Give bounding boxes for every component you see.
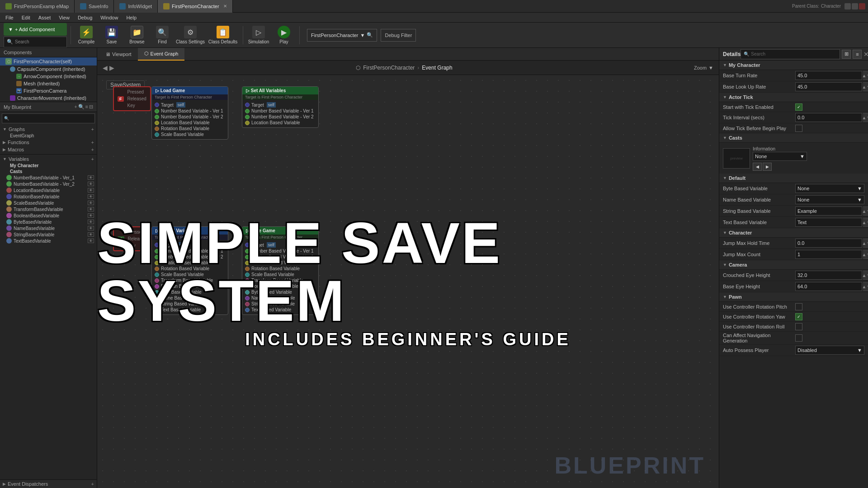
component-self[interactable]: ⬡ FirstPersonCharacter(self)	[0, 57, 97, 66]
var-transform-eye-icon[interactable]: 👁	[88, 207, 94, 211]
var-byte-eye-icon[interactable]: 👁	[88, 220, 94, 224]
var-bool-eye-icon[interactable]: 👁	[88, 213, 94, 218]
var-number1[interactable]: NumberBasedVariable - Ver_1 👁	[0, 174, 97, 181]
tab-map[interactable]: FirstPersonExamp eMap	[0, 0, 75, 13]
var-rotation[interactable]: RotationBasedVariable 👁	[0, 193, 97, 200]
prop-jump-hold-input[interactable]	[795, 239, 862, 248]
var-text[interactable]: TextBasedVariable 👁	[0, 238, 97, 244]
menu-help[interactable]: Help	[123, 14, 140, 21]
prop-ctrl-yaw-checkbox[interactable]: ✓	[795, 313, 802, 320]
prop-tick-interval-input[interactable]	[795, 113, 862, 122]
bp-search-input[interactable]	[10, 116, 93, 121]
prop-jump-hold-spinner[interactable]: ▲▼	[863, 239, 868, 248]
prop-string-var-input[interactable]	[795, 206, 862, 216]
blueprint-canvas[interactable]: SaveSystem F Pressed Released Key ▷ Load…	[97, 75, 719, 488]
var-transform[interactable]: TransformBasedVariable 👁	[0, 206, 97, 212]
save-button[interactable]: 💾 Save	[100, 24, 123, 47]
prop-base-turn-rate-spinner[interactable]: ▲▼	[863, 71, 868, 80]
add-dispatcher-button[interactable]: +	[91, 481, 94, 487]
cast-prev-button[interactable]: ◀	[753, 163, 762, 171]
casts-section[interactable]: ▼ Casts	[719, 133, 868, 143]
class-settings-button[interactable]: ⚙ Class Settings	[176, 24, 205, 47]
casts-dropdown[interactable]: None ▼	[753, 152, 807, 161]
menu-view[interactable]: View	[55, 14, 73, 21]
menu-file[interactable]: File	[2, 14, 17, 21]
class-filter-dropdown[interactable]: FirstPersonCharacter ▼ 🔍	[307, 29, 377, 42]
prop-affect-nav-checkbox[interactable]	[795, 334, 802, 342]
component-capsule[interactable]: CapsuleComponent (Inherited)	[0, 66, 97, 73]
add-graph-button[interactable]: +	[91, 127, 94, 132]
var-name[interactable]: NameBasedVariable 👁	[0, 225, 97, 231]
component-movement[interactable]: CharacterMovement (Inherited)	[0, 94, 97, 102]
var-scale-eye-icon[interactable]: 👁	[88, 201, 94, 205]
browse-button[interactable]: 📁 Browse	[125, 24, 149, 47]
functions-header[interactable]: ▶ Functions +	[0, 139, 97, 146]
class-defaults-button[interactable]: 📋 Class Defaults	[207, 24, 239, 47]
prop-text-var-input[interactable]	[795, 218, 862, 227]
search-box[interactable]: 🔍 Search	[4, 37, 67, 47]
menu-window[interactable]: Window	[97, 14, 122, 21]
add-new-button[interactable]: +	[74, 104, 77, 110]
prop-base-lookup-rate-spinner[interactable]: ▲▼	[863, 82, 868, 91]
details-close-icon[interactable]: ✕	[863, 51, 868, 58]
details-search-box[interactable]: 🔍 Search	[741, 49, 840, 59]
component-mesh[interactable]: Mesh (Inherited)	[0, 80, 97, 87]
prop-ctrl-roll-checkbox[interactable]	[795, 323, 802, 330]
prop-byte-dropdown[interactable]: None ▼	[795, 184, 864, 193]
prop-tick-interval-spinner[interactable]: ▲▼	[863, 113, 868, 122]
compile-button[interactable]: ⚡ Compile	[75, 24, 98, 47]
blueprint-search-icon[interactable]: 🔍	[78, 104, 85, 110]
var-location[interactable]: LocationBasedVariable 👁	[0, 187, 97, 193]
simulation-button[interactable]: ▷ Simulation	[247, 24, 270, 47]
tab-viewport[interactable]: 🖥 Viewport	[99, 48, 138, 61]
blueprint-collapse-icon[interactable]: ⊟	[89, 104, 93, 110]
minimize-button[interactable]	[844, 3, 851, 9]
var-number2[interactable]: NumberBasedVariable - Ver_2 👁	[0, 181, 97, 187]
details-grid-icon[interactable]: ⊞	[842, 50, 851, 59]
var-number1-eye-icon[interactable]: 👁	[88, 175, 94, 180]
tab-character[interactable]: FirstPersonCharacter ✕	[158, 0, 233, 13]
character-section[interactable]: ▼ Character	[719, 228, 868, 238]
menu-asset[interactable]: Asset	[35, 14, 55, 21]
play-button[interactable]: ▶ Play	[272, 24, 296, 47]
component-camera[interactable]: 📷 FirstPersonCamera	[0, 87, 97, 94]
add-function-button[interactable]: +	[91, 140, 94, 145]
var-location-eye-icon[interactable]: 👁	[88, 188, 94, 192]
blueprint-search-bar[interactable]: 🔍	[2, 113, 95, 123]
prop-auto-possess-dropdown[interactable]: Disabled ▼	[795, 346, 864, 355]
my-character-section[interactable]: ▼ My Character	[719, 61, 868, 70]
prop-base-eye-input[interactable]	[795, 282, 862, 291]
tab-infowidget[interactable]: InfoWidget	[114, 0, 158, 13]
prop-base-eye-spinner[interactable]: ▲▼	[863, 282, 868, 291]
graphs-eventgraph[interactable]: EventGraph	[0, 133, 97, 139]
tab-saveinfo[interactable]: SaveInfo	[75, 0, 114, 13]
find-button[interactable]: 🔍 Find	[151, 24, 174, 47]
component-arrow[interactable]: → ArrowComponent (Inherited)	[0, 73, 97, 80]
maximize-button[interactable]	[852, 3, 858, 9]
prop-crouched-eye-spinner[interactable]: ▲▼	[863, 271, 868, 280]
actor-tick-section[interactable]: ▼ Actor Tick	[719, 93, 868, 102]
var-string-eye-icon[interactable]: 👁	[88, 232, 94, 237]
tab-eventgraph[interactable]: ⬡ Event Graph	[138, 48, 185, 61]
details-list-icon[interactable]: ≡	[853, 50, 862, 59]
var-byte[interactable]: ByteBasedVariable 👁	[0, 219, 97, 225]
var-bool[interactable]: BooleanBasedVariable 👁	[0, 212, 97, 219]
var-text-eye-icon[interactable]: 👁	[88, 239, 94, 243]
blueprint-filter-icon[interactable]: ≡	[85, 104, 88, 110]
prop-base-turn-rate-input[interactable]	[795, 71, 862, 80]
close-button[interactable]	[859, 3, 865, 9]
var-number2-eye-icon[interactable]: 👁	[88, 182, 94, 186]
add-component-button[interactable]: ▼ + Add Component	[4, 23, 67, 36]
prop-name-dropdown[interactable]: None ▼	[795, 195, 864, 204]
default-section[interactable]: ▼ Default	[719, 174, 868, 183]
back-arrow-icon[interactable]: ◀	[103, 64, 108, 71]
camera-section[interactable]: ▼ Camera	[719, 260, 868, 270]
prop-text-var-spinner[interactable]: ▲▼	[863, 218, 868, 227]
close-icon[interactable]: ✕	[223, 4, 227, 9]
prop-base-lookup-rate-input[interactable]	[795, 82, 862, 91]
variables-header[interactable]: ▼ Variables +	[0, 155, 97, 163]
prop-start-tick-enabled-checkbox[interactable]: ✓	[795, 103, 802, 111]
forward-arrow-icon[interactable]: ▶	[109, 64, 114, 71]
var-rotation-eye-icon[interactable]: 👁	[88, 194, 94, 199]
var-name-eye-icon[interactable]: 👁	[88, 226, 94, 230]
